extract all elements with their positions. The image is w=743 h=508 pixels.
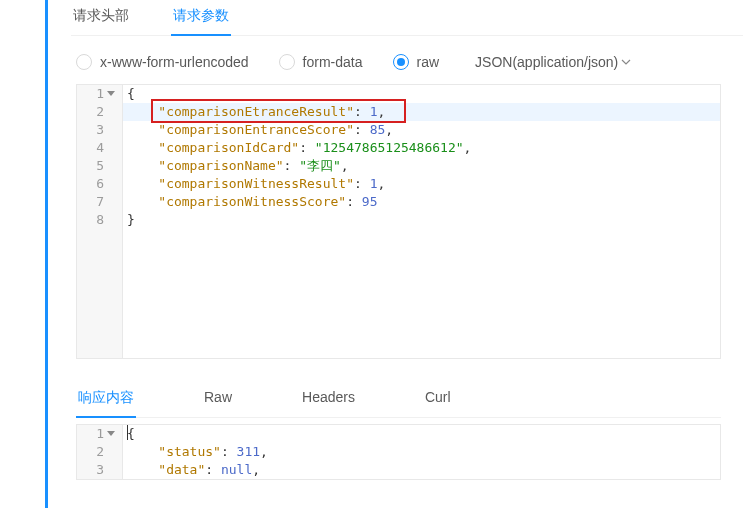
radio-icon (76, 54, 92, 70)
body-type-row: x-www-form-urlencoded form-data raw JSON… (76, 36, 743, 84)
code-line: { (123, 85, 720, 103)
line-number: 8 (77, 211, 118, 229)
line-number: 2 (77, 103, 118, 121)
line-gutter: 1 2 3 4 5 6 7 8 (77, 85, 123, 358)
content-type-select[interactable]: JSON(application/json) (475, 54, 632, 70)
code-line: } (123, 211, 720, 229)
code-line: "comparisonIdCard": "12547865125486612", (123, 139, 720, 157)
code-line: "data": null, (123, 461, 720, 479)
content-type-label: JSON(application/json) (475, 54, 618, 70)
tab-response-headers[interactable]: Headers (300, 379, 357, 417)
code-line: "comparisonName": "李四", (123, 157, 720, 175)
radio-label: form-data (303, 54, 363, 70)
line-gutter: 1 2 3 (77, 425, 123, 479)
radio-icon (393, 54, 409, 70)
code-line: "comparisonEntranceScore": 85, (123, 121, 720, 139)
tab-request-headers[interactable]: 请求头部 (71, 0, 131, 35)
response-body-editor[interactable]: 1 2 3 { "status": 311, "data": null, (76, 424, 721, 480)
code-area[interactable]: { "status": 311, "data": null, (123, 425, 720, 479)
request-tabs: 请求头部 请求参数 (71, 0, 743, 36)
code-line: "status": 311, (123, 443, 720, 461)
tab-request-params[interactable]: 请求参数 (171, 0, 231, 35)
code-line: { (123, 425, 720, 443)
code-line: "comparisonWitnessScore": 95 (123, 193, 720, 211)
radio-urlencoded[interactable]: x-www-form-urlencoded (76, 54, 249, 70)
tab-response-curl[interactable]: Curl (423, 379, 453, 417)
line-number: 1 (77, 85, 118, 103)
code-line: "comparisonEtranceResult": 1, (123, 103, 720, 121)
request-body-editor[interactable]: 1 2 3 4 5 6 7 8 { "comparisonEtranceResu… (76, 84, 721, 359)
code-area[interactable]: { "comparisonEtranceResult": 1, "compari… (123, 85, 720, 358)
line-number: 3 (77, 461, 118, 479)
radio-icon (279, 54, 295, 70)
line-number: 7 (77, 193, 118, 211)
response-tabs: 响应内容 Raw Headers Curl (76, 379, 721, 418)
line-number: 6 (77, 175, 118, 193)
line-number: 1 (77, 425, 118, 443)
chevron-down-icon (620, 56, 632, 68)
radio-label: raw (417, 54, 440, 70)
tab-response-raw[interactable]: Raw (202, 379, 234, 417)
line-number: 3 (77, 121, 118, 139)
line-number: 4 (77, 139, 118, 157)
radio-raw[interactable]: raw (393, 54, 440, 70)
code-line: "comparisonWitnessResult": 1, (123, 175, 720, 193)
line-number: 5 (77, 157, 118, 175)
line-number: 2 (77, 443, 118, 461)
radio-label: x-www-form-urlencoded (100, 54, 249, 70)
radio-form-data[interactable]: form-data (279, 54, 363, 70)
tab-response-content[interactable]: 响应内容 (76, 379, 136, 417)
